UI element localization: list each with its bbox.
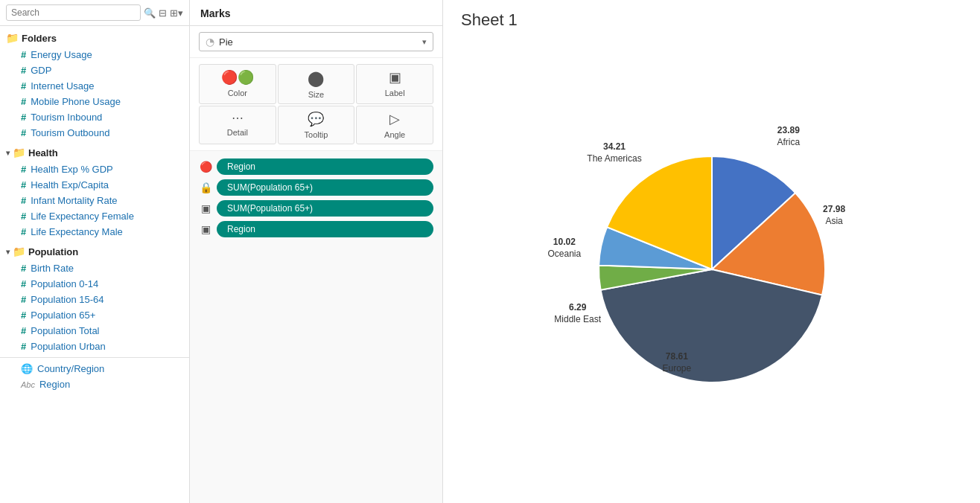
sidebar-item-health-exp-capita[interactable]: # Health Exp/Capita	[0, 177, 189, 193]
health-section[interactable]: ▾ 📁 Health	[0, 141, 189, 161]
sidebar-item-energy-usage[interactable]: # Energy Usage	[0, 47, 189, 63]
search-input[interactable]	[6, 4, 141, 21]
hash-icon: #	[21, 127, 26, 138]
hash-icon: #	[21, 96, 26, 107]
field-label: Country/Region	[37, 363, 104, 374]
folders-section[interactable]: 📁 Folders	[0, 26, 189, 47]
hash-icon: #	[21, 294, 26, 305]
sidebar-item-health-exp-gdp[interactable]: # Health Exp % GDP	[0, 161, 189, 177]
tooltip-label: Tooltip	[305, 130, 328, 139]
field-label: Energy Usage	[31, 49, 92, 60]
hash-icon: #	[21, 80, 26, 92]
region-label-pill[interactable]: Region	[217, 221, 433, 237]
search-bar: 🔍 ⊟ ⊞▾	[0, 0, 189, 26]
pie-icon: ◔	[206, 36, 214, 48]
sum-size-pill[interactable]: SUM(Population 65+)	[217, 179, 433, 196]
field-label: GDP	[31, 65, 51, 76]
hash-icon: #	[21, 263, 26, 274]
middle-east-value: 6.29	[554, 302, 601, 314]
sidebar-item-internet-usage[interactable]: # Internet Usage	[0, 78, 189, 94]
hash-icon: #	[21, 112, 26, 123]
tooltip-button[interactable]: 💬 Tooltip	[278, 106, 355, 144]
type-label: Pie	[219, 36, 418, 48]
sidebar-item-region[interactable]: Abc Region	[0, 377, 189, 392]
label-oceania: 10.02 Oceania	[548, 237, 582, 260]
field-label: Health Exp % GDP	[31, 164, 113, 175]
hash-icon: #	[21, 341, 26, 352]
population-section[interactable]: ▾ 📁 Population	[0, 240, 189, 260]
field-label: Population Urban	[31, 341, 105, 352]
field-label: Mobile Phone Usage	[31, 96, 121, 107]
detail-button[interactable]: ⋯ Detail	[199, 106, 276, 144]
angle-icon: ▷	[389, 111, 400, 127]
sidebar-item-infant-mortality-rate[interactable]: # Infant Mortality Rate	[0, 193, 189, 208]
color-pill-icon: 🔴	[199, 161, 212, 173]
filter-button[interactable]: ⊟	[159, 7, 167, 19]
folder-icon: 📁	[13, 246, 25, 257]
grid-button[interactable]: ⊞▾	[170, 7, 183, 19]
field-label: Population Total	[31, 325, 99, 336]
asia-region: Asia	[823, 216, 845, 228]
population-label: Population	[28, 246, 78, 257]
hash-icon: #	[21, 164, 26, 175]
sidebar-item-life-expectancy-male[interactable]: # Life Expectancy Male	[0, 224, 189, 240]
sidebar-item-population-urban[interactable]: # Population Urban	[0, 339, 189, 354]
sidebar-item-population-0-14[interactable]: # Population 0-14	[0, 276, 189, 292]
abc-icon: Abc	[21, 380, 35, 389]
sheet-title: Sheet 1	[443, 0, 980, 36]
africa-region: Africa	[777, 137, 801, 149]
size-button[interactable]: ⬤ Size	[278, 64, 355, 104]
marks-type-row: ◔ Pie ▾	[190, 26, 442, 58]
sidebar-item-life-expectancy-female[interactable]: # Life Expectancy Female	[0, 208, 189, 224]
sidebar-item-tourism-inbound[interactable]: # Tourism Inbound	[0, 109, 189, 125]
pill-row-sum-angle: ▣ SUM(Population 65+)	[199, 200, 433, 217]
oceania-value: 10.02	[548, 237, 582, 249]
middle-panel: Marks ◔ Pie ▾ 🔴🟢 Color ⬤ Size ▣ Label ⋯ …	[190, 0, 443, 503]
sum-angle-pill[interactable]: SUM(Population 65+)	[217, 200, 433, 217]
field-label: Population 0-14	[31, 278, 98, 289]
folders-icon: 📁	[6, 32, 19, 44]
color-label: Color	[228, 89, 247, 97]
marks-type-select[interactable]: ◔ Pie ▾	[199, 32, 433, 51]
sidebar-item-population-15-64[interactable]: # Population 15-64	[0, 292, 189, 307]
color-button[interactable]: 🔴🟢 Color	[199, 64, 276, 104]
sidebar-item-gdp[interactable]: # GDP	[0, 63, 189, 78]
americas-value: 34.21	[587, 141, 641, 153]
africa-value: 23.89	[777, 125, 801, 137]
folder-icon: 📁	[13, 147, 25, 158]
sidebar-item-tourism-outbound[interactable]: # Tourism Outbound	[0, 125, 189, 141]
pill-row-sum-size: 🔒 SUM(Population 65+)	[199, 179, 433, 196]
folders-label: Folders	[22, 33, 57, 44]
color-icon: 🔴🟢	[221, 69, 254, 86]
pill-row-region-color: 🔴 Region	[199, 158, 433, 175]
angle-label: Angle	[384, 130, 405, 139]
globe-icon: 🌐	[21, 363, 33, 374]
field-label: Internet Usage	[31, 80, 94, 92]
left-panel: 🔍 ⊟ ⊞▾ 📁 Folders # Energy Usage # GDP # …	[0, 0, 190, 503]
label-button[interactable]: ▣ Label	[356, 64, 433, 104]
search-button[interactable]: 🔍	[144, 7, 156, 19]
asia-value: 27.98	[823, 204, 845, 216]
sidebar-scroll: 📁 Folders # Energy Usage # GDP # Interne…	[0, 26, 189, 503]
marks-header: Marks	[190, 0, 442, 26]
hash-icon: #	[21, 226, 26, 237]
field-label: Life Expectancy Female	[31, 211, 134, 222]
sidebar-item-population-65plus[interactable]: # Population 65+	[0, 307, 189, 323]
region-color-pill[interactable]: Region	[217, 158, 433, 175]
size-icon: ⬤	[308, 69, 324, 87]
label-americas: 34.21 The Americas	[587, 141, 641, 164]
label-middle-east: 6.29 Middle East	[554, 302, 601, 325]
sidebar-item-mobile-phone-usage[interactable]: # Mobile Phone Usage	[0, 94, 189, 109]
field-label: Region	[39, 379, 70, 390]
hash-icon: #	[21, 49, 26, 60]
sidebar-item-country-region[interactable]: 🌐 Country/Region	[0, 361, 189, 377]
field-label: Population 15-64	[31, 294, 104, 305]
size-label: Size	[308, 90, 324, 99]
angle-pill-icon: ▣	[199, 202, 212, 214]
angle-button[interactable]: ▷ Angle	[356, 106, 433, 144]
sidebar-item-population-total[interactable]: # Population Total	[0, 323, 189, 339]
chevron-icon: ▾	[6, 149, 10, 157]
field-label: Birth Rate	[31, 263, 74, 274]
sidebar-item-birth-rate[interactable]: # Birth Rate	[0, 260, 189, 276]
field-label: Infant Mortality Rate	[31, 195, 117, 206]
